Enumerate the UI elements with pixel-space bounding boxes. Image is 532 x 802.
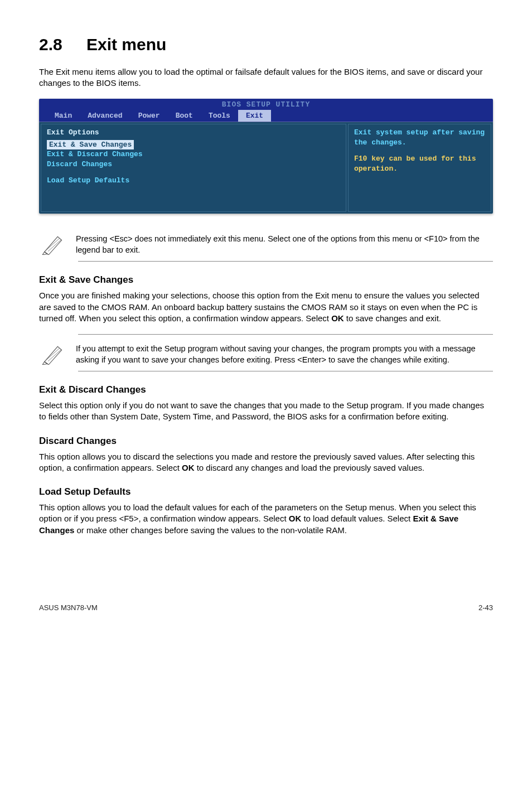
- bios-item-discard-exit: Exit & Discard Changes: [47, 149, 340, 160]
- bios-screenshot: BIOS SETUP UTILITY Main Advanced Power B…: [39, 99, 493, 214]
- note-box-1: Pressing <Esc> does not immediately exit…: [39, 230, 493, 258]
- bios-tab-exit: Exit: [238, 110, 271, 122]
- note-text-1: Pressing <Esc> does not immediately exit…: [76, 230, 493, 255]
- heading-defaults: Load Setup Defaults: [39, 486, 493, 499]
- section-number: 2.8: [39, 33, 86, 56]
- bios-tab-bar: Main Advanced Power Boot Tools Exit: [39, 110, 493, 122]
- pencil-icon: [39, 230, 76, 258]
- note-divider: [78, 371, 493, 371]
- paragraph-defaults: This option allows you to load the defau…: [39, 502, 493, 536]
- heading-exit-save: Exit & Save Changes: [39, 274, 493, 287]
- bios-tab-tools: Tools: [201, 110, 238, 122]
- svg-line-0: [46, 238, 60, 250]
- bios-item-defaults: Load Setup Defaults: [47, 176, 340, 186]
- bios-help-line2: F10 key can be used for this operation.: [354, 154, 485, 173]
- paragraph-exit-save: Once you are finished making your select…: [39, 290, 493, 324]
- svg-line-2: [46, 348, 60, 360]
- pencil-icon: [39, 340, 76, 368]
- note-box-2: If you attempt to exit the Setup program…: [39, 340, 493, 368]
- bios-tab-main: Main: [47, 110, 80, 122]
- bios-tab-advanced: Advanced: [80, 110, 130, 122]
- bios-item-save: Exit & Save Changes: [47, 140, 134, 150]
- heading-exit-discard: Exit & Discard Changes: [39, 384, 493, 397]
- section-title: Exit menu: [86, 35, 166, 54]
- paragraph-discard: This option allows you to discard the se…: [39, 451, 493, 474]
- footer-left: ASUS M3N78-VM: [39, 603, 98, 613]
- note-divider: [78, 261, 493, 262]
- section-heading: 2.8Exit menu: [39, 33, 493, 56]
- bios-tab-boot: Boot: [168, 110, 201, 122]
- bios-left-panel: Exit Options Exit & Save Changes Exit & …: [41, 124, 346, 212]
- note-divider: [78, 334, 493, 335]
- bios-title: BIOS SETUP UTILITY: [39, 100, 493, 110]
- bios-help-panel: Exit system setup after saving the chang…: [348, 124, 491, 212]
- footer-right: 2-43: [478, 603, 493, 613]
- intro-paragraph: The Exit menu items allow you to load th…: [39, 66, 493, 89]
- exit-options-label: Exit Options: [47, 128, 340, 138]
- bios-tab-power: Power: [130, 110, 168, 122]
- bios-item-discard: Discard Changes: [47, 160, 340, 170]
- heading-discard: Discard Changes: [39, 435, 493, 448]
- page-footer: ASUS M3N78-VM 2-43: [39, 603, 493, 613]
- note-text-2: If you attempt to exit the Setup program…: [76, 340, 493, 365]
- paragraph-exit-discard: Select this option only if you do not wa…: [39, 400, 493, 423]
- bios-help-line1: Exit system setup after saving the chang…: [354, 128, 485, 147]
